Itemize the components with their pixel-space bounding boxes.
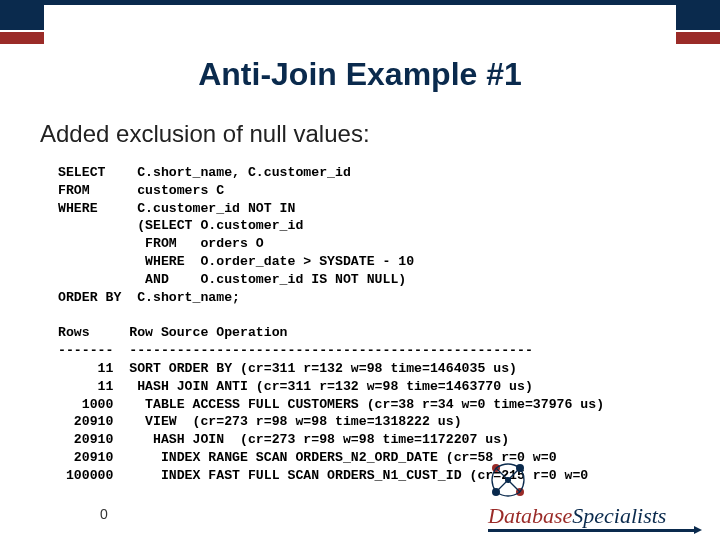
- code-block: SELECT C.short_name, C.customer_id FROM …: [58, 164, 690, 485]
- page-number: 0: [100, 506, 108, 522]
- plan-row: 11 HASH JOIN ANTI (cr=311 r=132 w=98 tim…: [58, 379, 533, 394]
- svg-line-7: [496, 480, 508, 492]
- page-subtitle: Added exclusion of null values:: [40, 120, 370, 148]
- logo-mark-icon: [486, 458, 530, 502]
- plan-row: 1000 TABLE ACCESS FULL CUSTOMERS (cr=38 …: [58, 397, 604, 412]
- svg-line-5: [496, 468, 508, 480]
- plan-row: 20910 VIEW (cr=273 r=98 w=98 time=131822…: [58, 414, 462, 429]
- logo-word-1: Database: [488, 503, 572, 528]
- page-title: Anti-Join Example #1: [0, 56, 720, 93]
- plan-header: Rows Row Source Operation ------- ------…: [58, 325, 533, 358]
- sql-query: SELECT C.short_name, C.customer_id FROM …: [58, 165, 414, 305]
- logo-underline-icon: [488, 529, 698, 532]
- logo-text: DatabaseSpecialists: [488, 506, 698, 532]
- plan-row: 20910 HASH JOIN (cr=273 r=98 w=98 time=1…: [58, 432, 509, 447]
- plan-row: 11 SORT ORDER BY (cr=311 r=132 w=98 time…: [58, 361, 517, 376]
- logo: DatabaseSpecialists: [488, 506, 698, 532]
- plan-row: 20910 INDEX RANGE SCAN ORDERS_N2_ORD_DAT…: [58, 450, 557, 465]
- header-inset: [44, 5, 676, 47]
- header-bar: [0, 0, 720, 44]
- svg-line-6: [508, 468, 520, 480]
- logo-word-2: Specialists: [572, 503, 666, 528]
- slide: Anti-Join Example #1 Added exclusion of …: [0, 0, 720, 540]
- svg-line-8: [508, 480, 520, 492]
